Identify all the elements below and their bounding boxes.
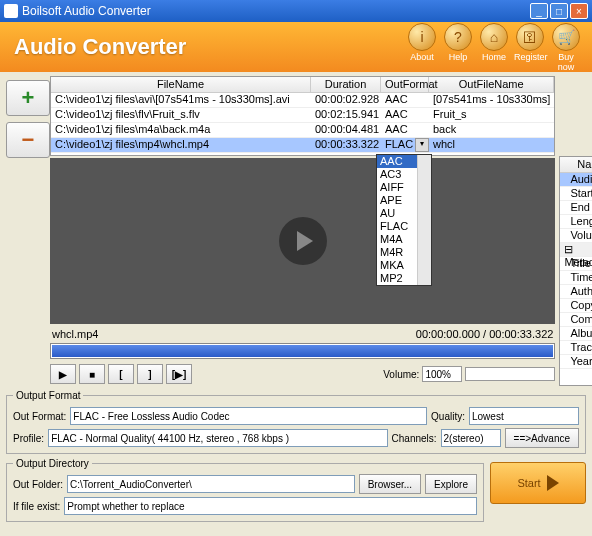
remove-file-button[interactable]: − [6,122,50,158]
mark-out-button[interactable]: ] [137,364,163,384]
header-register-button[interactable]: ⚿Register [514,23,546,72]
file-table[interactable]: FileName Duration OutFormat OutFileName … [50,76,555,156]
metadata-row[interactable]: Year [560,355,592,369]
profile-select[interactable] [48,429,387,447]
prop-col-name[interactable]: Name [560,157,592,172]
stop-button[interactable]: ■ [79,364,105,384]
volume-slider[interactable] [465,367,555,381]
properties-panel[interactable]: Name Value Audio1Start00:00:00.000End00:… [559,156,592,386]
advance-button[interactable]: ==>Advance [505,428,579,448]
play-button[interactable]: ▶ [50,364,76,384]
table-row[interactable]: C:\video1\zj files\mp4\whcl.mp400:00:33.… [51,138,554,153]
video-preview [50,158,555,324]
maximize-button[interactable]: □ [550,3,568,19]
metadata-row[interactable]: Copyright [560,299,592,313]
table-row[interactable]: C:\video1\zj files\m4a\back.m4a00:00:04.… [51,123,554,138]
col-outformat[interactable]: OutFormat [381,77,429,92]
header-buy-now-button[interactable]: 🛒Buy now [550,23,582,72]
app-icon [4,4,18,18]
window-title: Boilsoft Audio Converter [22,4,530,18]
header-about-button[interactable]: iAbout [406,23,438,72]
property-row[interactable]: Length00:00:33.322 [560,215,592,229]
property-row[interactable]: Audio1 [560,173,592,187]
col-duration[interactable]: Duration [311,77,381,92]
progress-bar[interactable] [50,343,555,359]
output-directory-legend: Output Directory [13,458,92,469]
profile-label: Profile: [13,433,44,444]
buy now-icon: 🛒 [552,23,580,51]
outfolder-label: Out Folder: [13,479,63,490]
metadata-row[interactable]: Album [560,327,592,341]
add-file-button[interactable]: + [6,80,50,116]
channels-select[interactable] [441,429,501,447]
output-format-group: Output Format Out Format: Quality: Profi… [6,390,586,454]
metadata-row[interactable]: Track [560,341,592,355]
outformat-select[interactable] [70,407,427,425]
play-icon [297,231,313,251]
close-button[interactable]: × [570,3,588,19]
table-row[interactable]: C:\video1\zj files\mkv\mtds.mkv00:23:12.… [51,153,554,156]
property-row[interactable]: Start00:00:00.000 [560,187,592,201]
fileexist-label: If file exist: [13,501,60,512]
metadata-row[interactable]: Comment [560,313,592,327]
quality-label: Quality: [431,411,465,422]
col-outfilename[interactable]: OutFileName [429,77,554,92]
start-icon [547,475,559,491]
mark-in-button[interactable]: [ [108,364,134,384]
header-help-button[interactable]: ?Help [442,23,474,72]
volume-value[interactable] [422,366,462,382]
app-title: Audio Converter [14,34,406,60]
table-row[interactable]: C:\video1\zj files\avi\[07s541ms - 10s33… [51,93,554,108]
header-home-button[interactable]: ⌂Home [478,23,510,72]
table-row[interactable]: C:\video1\zj files\flv\Fruit_s.flv00:02:… [51,108,554,123]
channels-label: Channels: [392,433,437,444]
play-overlay-button[interactable] [279,217,327,265]
outformat-label: Out Format: [13,411,66,422]
output-format-legend: Output Format [13,390,83,401]
quality-select[interactable] [469,407,579,425]
home-icon: ⌂ [480,23,508,51]
explore-button[interactable]: Explore [425,474,477,494]
outfolder-input[interactable] [67,475,355,493]
browse-button[interactable]: Browser... [359,474,421,494]
about-icon: i [408,23,436,51]
help-icon: ? [444,23,472,51]
metadata-row[interactable]: Title [560,257,592,271]
register-icon: ⚿ [516,23,544,51]
start-label: Start [517,477,540,489]
volume-label: Volume: [383,369,419,380]
property-row[interactable]: End00:00:33.322 [560,201,592,215]
format-dropdown-arrow[interactable]: ▾ [415,138,429,152]
preview-filename: whcl.mp4 [52,328,416,340]
start-button[interactable]: Start [490,462,586,504]
col-filename[interactable]: FileName [51,77,311,92]
property-row[interactable]: VolumeNormal [560,229,592,243]
metadata-row[interactable]: Author [560,285,592,299]
fileexist-select[interactable] [64,497,477,515]
next-mark-button[interactable]: [▶] [166,364,192,384]
output-directory-group: Output Directory Out Folder: Browser... … [6,458,484,522]
metadata-header[interactable]: ⊟ Metadata [560,243,592,257]
dropdown-scrollbar[interactable] [417,155,431,285]
format-dropdown[interactable]: AACAC3AIFFAPEAUFLACM4AM4RMKAMP2 [376,154,432,286]
metadata-row[interactable]: TimeStamp [560,271,592,285]
minimize-button[interactable]: _ [530,3,548,19]
preview-position: 00:00:00.000 / 00:00:33.322 [416,328,554,340]
